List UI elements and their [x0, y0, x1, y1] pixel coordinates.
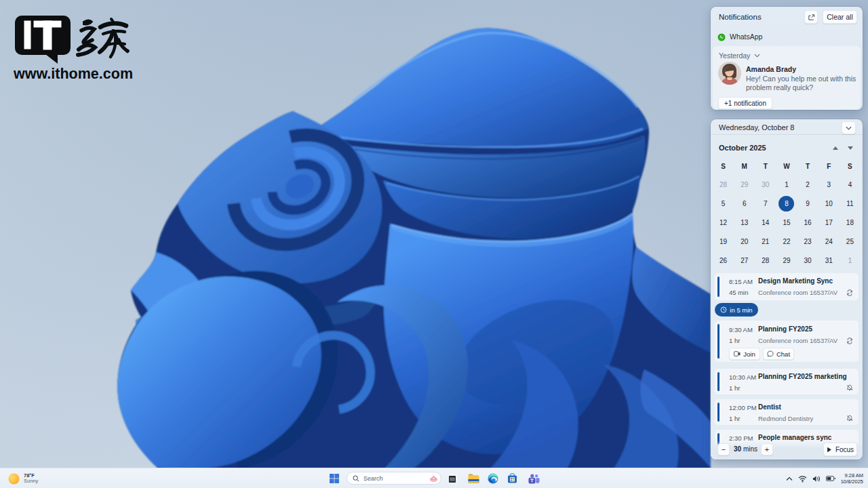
- svg-text:www.ithome.com: www.ithome.com: [14, 66, 133, 82]
